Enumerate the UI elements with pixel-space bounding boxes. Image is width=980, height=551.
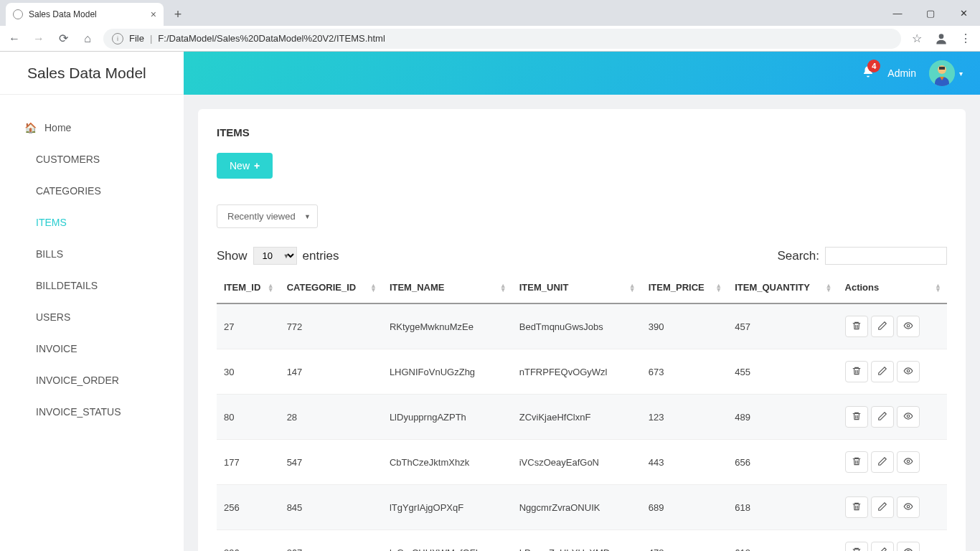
sidebar-item-bills[interactable]: BILLS	[0, 238, 184, 270]
reload-button[interactable]: ⟳	[55, 30, 72, 47]
url-input[interactable]: i File | F:/DataModel/Sales%20DataModel%…	[103, 29, 901, 49]
card: ITEMS New + Recently viewed Show	[198, 109, 966, 551]
delete-button[interactable]	[845, 542, 868, 551]
sort-icon: ▲▼	[629, 283, 636, 292]
table-cell: 457	[727, 303, 837, 349]
home-icon: 🏠	[24, 122, 37, 133]
sidebar-item-items[interactable]: ITEMS	[0, 207, 184, 238]
user-menu[interactable]: ▾	[929, 60, 963, 86]
col-item-name[interactable]: ITEM_NAME▲▼	[382, 272, 512, 303]
table-cell: ZCviKjaeHfClxnF	[512, 395, 641, 440]
brand-title: Sales Data Model	[0, 52, 184, 95]
delete-button[interactable]	[845, 406, 868, 428]
col-item-unit[interactable]: ITEM_UNIT▲▼	[512, 272, 641, 303]
col-categorie-id[interactable]: CATEGORIE_ID▲▼	[280, 272, 382, 303]
home-button[interactable]: ⌂	[79, 30, 96, 47]
edit-button[interactable]	[871, 361, 894, 382]
view-button[interactable]	[897, 406, 920, 428]
star-icon[interactable]: ☆	[908, 30, 925, 47]
edit-button[interactable]	[871, 316, 894, 337]
edit-button[interactable]	[871, 406, 894, 428]
sidebar-item-users[interactable]: USERS	[0, 301, 184, 333]
content: ITEMS New + Recently viewed Show	[184, 95, 980, 551]
minimize-button[interactable]: —	[881, 0, 914, 26]
new-button[interactable]: New +	[217, 153, 273, 179]
view-button[interactable]	[897, 496, 920, 518]
eye-icon	[903, 411, 913, 423]
browser-tab[interactable]: Sales Data Model ×	[6, 3, 164, 26]
col-actions[interactable]: Actions▲▼	[838, 272, 947, 303]
table-cell: 547	[280, 440, 382, 485]
notification-badge: 4	[867, 60, 880, 72]
svg-point-4	[907, 324, 910, 327]
table-cell: 256	[217, 485, 280, 530]
sort-icon: ▲▼	[268, 283, 274, 292]
sidebar-item-customers[interactable]: CUSTOMERS	[0, 143, 184, 175]
table-cell: NggcmrZvraONUIK	[512, 485, 641, 530]
pencil-icon	[877, 366, 887, 378]
eye-icon	[903, 501, 913, 514]
table-cell: 390	[641, 303, 727, 349]
sidebar-item-invoice-order[interactable]: INVOICE_ORDER	[0, 364, 184, 396]
col-item-id[interactable]: ITEM_ID▲▼	[217, 272, 280, 303]
delete-button[interactable]	[845, 361, 868, 382]
page-title: ITEMS	[217, 126, 947, 138]
filter-select[interactable]: Recently viewed	[217, 204, 318, 228]
pencil-icon	[877, 547, 887, 552]
table-cell: 612	[727, 530, 837, 552]
menu-icon[interactable]: ⋮	[957, 30, 974, 47]
eye-icon	[903, 366, 913, 378]
sidebar-item-invoice[interactable]: INVOICE	[0, 333, 184, 364]
table-row: 296267luGmCHHXWMofOFLLPnmoZgHbYUzXMD4786…	[217, 530, 947, 552]
eye-icon	[903, 547, 913, 552]
sidebar-item-home[interactable]: 🏠 Home	[0, 112, 184, 143]
view-button[interactable]	[897, 316, 920, 337]
edit-button[interactable]	[871, 542, 894, 551]
edit-button[interactable]	[871, 496, 894, 518]
maximize-button[interactable]: ▢	[914, 0, 947, 26]
profile-icon[interactable]	[933, 30, 950, 47]
table-cell: 443	[641, 440, 727, 485]
svg-point-8	[907, 505, 910, 508]
eye-icon	[903, 456, 913, 468]
close-icon[interactable]: ×	[151, 9, 156, 20]
sidebar-item-invoice-status[interactable]: INVOICE_STATUS	[0, 396, 184, 428]
view-button[interactable]	[897, 542, 920, 551]
pencil-icon	[877, 456, 887, 468]
edit-button[interactable]	[871, 451, 894, 473]
new-tab-button[interactable]: +	[168, 4, 188, 24]
forward-button[interactable]: →	[30, 30, 47, 47]
back-button[interactable]: ←	[6, 30, 23, 47]
actions-cell	[838, 395, 947, 440]
pencil-icon	[877, 501, 887, 514]
search-control: Search:	[777, 247, 947, 265]
close-window-button[interactable]: ✕	[947, 0, 980, 26]
table-cell: 30	[217, 349, 280, 395]
sidebar-item-billdetails[interactable]: BILLDETAILS	[0, 270, 184, 301]
table-cell: 455	[727, 349, 837, 395]
delete-button[interactable]	[845, 316, 868, 337]
delete-button[interactable]	[845, 496, 868, 518]
table-cell: 673	[641, 349, 727, 395]
page-size-select[interactable]: 10	[253, 247, 297, 265]
delete-button[interactable]	[845, 451, 868, 473]
view-button[interactable]	[897, 361, 920, 382]
notification-bell[interactable]: 4	[862, 65, 875, 81]
sidebar: Sales Data Model 🏠 Home CUSTOMERS CATEGO…	[0, 52, 184, 551]
sort-icon: ▲▼	[935, 283, 941, 292]
search-input[interactable]	[825, 247, 947, 265]
col-item-quantity[interactable]: ITEM_QUANTITY▲▼	[727, 272, 837, 303]
table-row: 30147LHGNIFoVnUGzZhgnTFRPFEQvOGyWzl67345…	[217, 349, 947, 395]
sort-icon: ▲▼	[826, 283, 832, 292]
search-label: Search:	[777, 249, 819, 263]
actions-cell	[838, 530, 947, 552]
sidebar-item-categories[interactable]: CATEGORIES	[0, 175, 184, 207]
view-button[interactable]	[897, 451, 920, 473]
trash-icon	[852, 321, 862, 333]
sidebar-item-label: CUSTOMERS	[36, 154, 100, 165]
col-item-price[interactable]: ITEM_PRICE▲▼	[641, 272, 727, 303]
table-row: 177547CbThCzeJktmXhzkiVCszOeayEafGoN4436…	[217, 440, 947, 485]
table-row: 256845lTgYgrIAjgOPXqFNggcmrZvraONUIK6896…	[217, 485, 947, 530]
url-scheme: File	[129, 33, 144, 44]
browser-tab-strip: Sales Data Model × + — ▢ ✕	[0, 0, 980, 26]
